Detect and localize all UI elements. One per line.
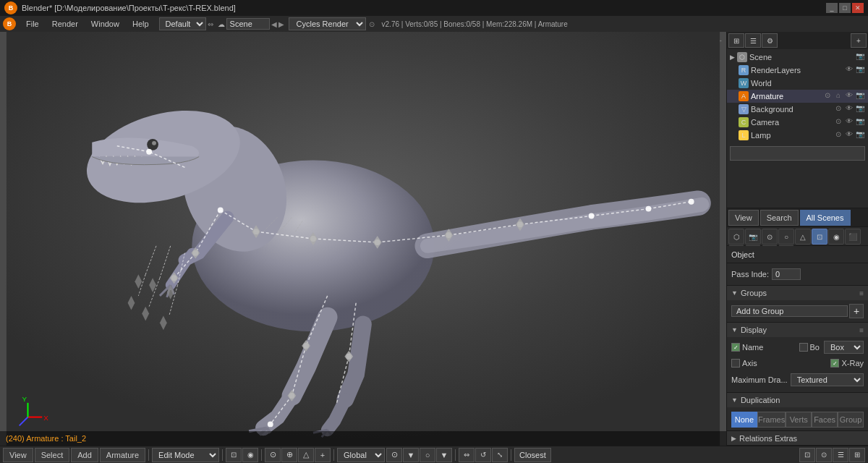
statusbar-icon1[interactable]: ⊡ [799,448,815,462]
dup-group-button[interactable]: Group [838,412,864,428]
scale-btn[interactable]: ⤡ [492,448,508,462]
name-checkbox[interactable]: ✓ [731,343,740,352]
proportional-btn[interactable]: ○ [420,448,435,462]
rotate-btn[interactable]: ↺ [475,448,491,462]
bg-cam[interactable]: 📷 [855,104,865,114]
pass-index-input[interactable] [772,268,801,280]
outliner-filter-btn[interactable]: ⚙ [762,33,778,48]
scene-input[interactable] [226,18,270,30]
armature-icon2[interactable]: ⌂ [833,91,843,101]
prop-icon-texture[interactable]: ⬛ [845,229,861,245]
maximize-button[interactable]: □ [839,3,851,13]
add-statusbar-btn[interactable]: Add [71,448,98,462]
outliner-search-input[interactable] [730,146,865,161]
menu-file[interactable]: File [20,18,45,30]
outliner-item-renderlayers[interactable]: R RenderLayers 👁 📷 [727,64,868,77]
armature-statusbar-btn[interactable]: Armature [100,448,145,462]
dup-faces-button[interactable]: Faces [812,412,838,428]
add-to-group-button[interactable]: Add to Group [731,305,848,317]
dup-verts-button[interactable]: Verts [786,412,812,428]
titlebar-controls[interactable]: _ □ ✕ [826,3,864,13]
cam-icon1[interactable]: ⊙ [833,117,843,127]
axis-checkbox[interactable] [731,359,740,368]
outliner-item-camera[interactable]: C Camera ⊙ 👁 📷 [727,116,868,129]
render-engine-selector[interactable]: Cycles Render [289,17,366,30]
renderlayers-cam-icon[interactable]: 📷 [855,65,865,75]
prop-icon-mesh[interactable]: ⊡ [812,229,827,245]
view-button[interactable]: View [728,210,759,226]
camera-label: Camera [751,118,831,127]
menu-help[interactable]: Help [127,18,155,30]
view-statusbar-btn[interactable]: View [3,448,33,462]
armature-eye[interactable]: 👁 [844,91,854,101]
outliner-item-world[interactable]: W World [727,77,868,90]
version-info: v2.76 | Verts:0/85 | Bones:0/58 | Mem:22… [382,20,568,28]
outliner-toggle-btn[interactable]: ☰ [745,33,761,48]
box-dropdown[interactable]: Box Wire Solid [824,341,864,354]
proportional-falloff-btn[interactable]: ▼ [436,448,452,462]
statusbar-icon4[interactable]: ⊞ [849,448,865,462]
pivot-btn3[interactable]: △ [298,448,314,462]
viewport-3d[interactable]: Front Ortho + [0,32,726,446]
scene-nav-right[interactable]: ▶ [278,20,284,28]
groups-header[interactable]: ▼ Groups ≡ [727,286,868,300]
armature-icon1[interactable]: ⊙ [822,91,833,101]
prop-icon-scene2[interactable]: ⊙ [762,229,778,245]
snap-options-btn[interactable]: ▼ [403,448,419,462]
pivot-btn4[interactable]: + [315,448,331,462]
prop-icon-world[interactable]: ○ [778,229,794,245]
close-button[interactable]: ✕ [852,3,864,13]
duplication-header[interactable]: ▼ Duplication [727,393,868,407]
relations-extras-header[interactable]: ▶ Relations Extras [727,431,868,446]
groups-more-icon[interactable]: ≡ [859,289,864,297]
prop-icon-scene[interactable]: ⬡ [728,229,744,245]
outliner-item-scene[interactable]: ▶ ⬡ Scene 📷 [727,51,868,64]
cam-cam[interactable]: 📷 [855,117,865,127]
dup-frames-button[interactable]: Frames [757,412,786,428]
mode-selector[interactable]: Edit Mode Object Mode Pose Mode [152,448,219,462]
prop-icon-material[interactable]: ◉ [828,229,844,245]
lamp-cam[interactable]: 📷 [855,130,865,140]
armature-cam[interactable]: 📷 [855,91,865,101]
transform-space-selector[interactable]: Global Local Normal [337,448,385,462]
prop-icon-render[interactable]: 📷 [745,229,761,245]
cam-eye[interactable]: 👁 [844,117,854,127]
scene-camera-icon[interactable]: 📷 [855,52,865,62]
pivot-btn1[interactable]: ⊙ [265,448,281,462]
display-header[interactable]: ▼ Display ≡ [727,323,868,337]
renderlayers-eye-icon[interactable]: 👁 [844,65,854,75]
outliner-item-lamp[interactable]: L Lamp ⊙ 👁 📷 [727,129,868,142]
max-draw-dropdown[interactable]: Textured Solid Wire Bounds [791,373,864,386]
wire-shading-btn[interactable]: ⊡ [226,448,242,462]
bg-icon1[interactable]: ⊙ [833,104,843,114]
outliner-item-armature[interactable]: A Armature ⊙ ⌂ 👁 📷 [727,90,868,103]
menu-render[interactable]: Render [46,18,84,30]
search-button[interactable]: Search [760,210,799,226]
outliner-add-btn[interactable]: + [851,33,867,48]
bg-eye[interactable]: 👁 [844,104,854,114]
all-scenes-button[interactable]: All Scenes [800,210,851,226]
snap-toggle-btn[interactable]: ⊙ [386,448,402,462]
engine-expand-icon[interactable]: ⊙ [369,20,375,28]
display-more-icon[interactable]: ≡ [859,326,864,334]
xray-checkbox[interactable]: ✓ [830,359,839,368]
statusbar-icon3[interactable]: ☰ [833,448,848,462]
pivot-btn2[interactable]: ⊕ [281,448,297,462]
dup-none-button[interactable]: None [731,412,757,428]
bo-checkbox[interactable] [799,343,808,352]
menu-window[interactable]: Window [85,18,125,30]
outliner-view-btn[interactable]: ⊞ [728,33,744,48]
statusbar-icon2[interactable]: ⊙ [816,448,832,462]
select-statusbar-btn[interactable]: Select [35,448,70,462]
outliner-item-background[interactable]: ▽ Background ⊙ 👁 📷 [727,103,868,116]
add-group-plus-button[interactable]: + [849,304,864,318]
prop-icon-object[interactable]: △ [795,229,811,245]
solid-shading-btn[interactable]: ◉ [242,448,258,462]
minimize-button[interactable]: _ [826,3,838,13]
lamp-eye[interactable]: 👁 [844,130,854,140]
closest-button[interactable]: Closest [514,448,551,462]
scene-nav-left[interactable]: ◀ [271,20,277,28]
move-btn[interactable]: ⇔ [459,448,475,462]
lamp-icon1[interactable]: ⊙ [833,130,843,140]
workspace-selector[interactable]: Default [159,17,206,30]
